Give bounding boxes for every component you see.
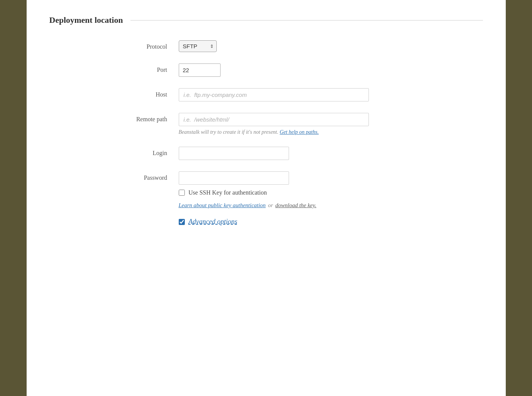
remote-path-field: Beanstalk will try to create it if it's … (179, 113, 376, 135)
ssh-key-label[interactable]: Use SSH Key for authentication (189, 189, 267, 196)
ssh-key-row: Use SSH Key for authentication (179, 189, 376, 196)
host-label: Host (49, 88, 179, 98)
password-input[interactable] (179, 171, 289, 185)
remote-path-row: Remote path Beanstalk will try to create… (49, 113, 483, 135)
advanced-options-label[interactable]: Advanced options (189, 218, 237, 226)
title-divider (130, 20, 483, 21)
remote-path-label: Remote path (49, 113, 179, 123)
advanced-options-checkbox[interactable] (179, 219, 185, 225)
password-field: Use SSH Key for authentication Learn abo… (179, 171, 376, 226)
port-field (179, 63, 376, 77)
section-title-row: Deployment location (49, 15, 483, 25)
ssh-key-checkbox[interactable] (179, 190, 185, 196)
protocol-label: Protocol (49, 40, 179, 50)
login-label: Login (49, 147, 179, 157)
password-row: Password Use SSH Key for authentication … (49, 171, 483, 226)
port-label: Port (49, 63, 179, 73)
remote-path-input[interactable] (179, 113, 369, 126)
port-row: Port (49, 63, 483, 77)
host-input[interactable] (179, 88, 369, 101)
advanced-options-row: Advanced options (179, 218, 376, 226)
port-input[interactable] (179, 63, 221, 77)
remote-path-hint-text: Beanstalk will try to create it if it's … (179, 129, 278, 135)
key-auth-separator: or (268, 202, 273, 209)
key-auth-row: Learn about public key authentication or… (179, 202, 376, 209)
section-title: Deployment location (49, 15, 123, 25)
host-field (179, 88, 376, 101)
main-panel: Deployment location Protocol SFTP FTP FT… (27, 0, 506, 396)
get-help-on-paths-link[interactable]: Get help on paths. (279, 129, 319, 135)
remote-path-hint: Beanstalk will try to create it if it's … (179, 129, 376, 135)
host-row: Host (49, 88, 483, 101)
login-row: Login (49, 147, 483, 160)
login-input[interactable] (179, 147, 289, 160)
protocol-field: SFTP FTP FTPS (179, 40, 376, 52)
login-field (179, 147, 376, 160)
password-label: Password (49, 171, 179, 181)
protocol-row: Protocol SFTP FTP FTPS (49, 40, 483, 52)
protocol-select[interactable]: SFTP FTP FTPS (179, 40, 217, 52)
download-key-link[interactable]: download the key. (275, 202, 316, 209)
protocol-select-wrapper[interactable]: SFTP FTP FTPS (179, 40, 217, 52)
learn-public-key-link[interactable]: Learn about public key authentication (179, 202, 266, 209)
